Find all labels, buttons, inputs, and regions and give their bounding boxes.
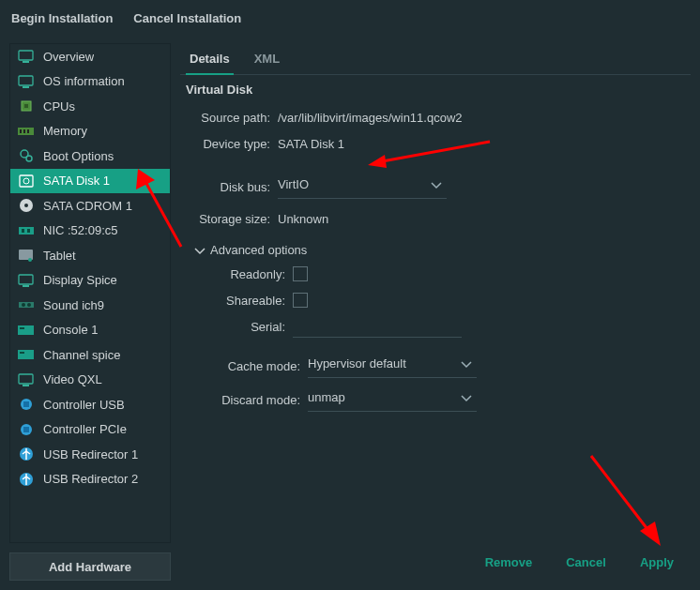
sidebar-item-sata-cdrom-1[interactable]: SATA CDROM 1 <box>10 193 170 219</box>
source-path-value: /var/lib/libvirt/images/win11.qcow2 <box>278 111 685 125</box>
disk-bus-value: VirtIO <box>278 177 309 191</box>
cpu-icon <box>18 99 34 113</box>
svg-rect-0 <box>19 51 33 60</box>
sidebar-item-nic-52-09-c5[interactable]: NIC :52:09:c5 <box>10 219 170 244</box>
nic-icon <box>18 223 34 237</box>
sidebar-item-label: Sound ich9 <box>43 298 104 312</box>
cache-mode-value: Hypervisor default <box>308 356 406 371</box>
memory-icon <box>18 124 34 138</box>
svg-rect-23 <box>19 302 34 308</box>
advanced-options-label: Advanced options <box>210 243 307 257</box>
svg-rect-1 <box>23 61 29 63</box>
monitor-icon <box>18 372 34 386</box>
sidebar-item-os-information[interactable]: OS information <box>10 69 170 95</box>
svg-rect-16 <box>19 227 34 234</box>
disk-bus-dropdown[interactable]: VirtIO <box>278 174 447 199</box>
discard-mode-label: Discard mode: <box>221 393 308 407</box>
svg-point-25 <box>27 303 31 307</box>
controller-icon <box>18 422 34 436</box>
shareable-checkbox[interactable] <box>293 293 308 308</box>
storage-size-label: Storage size: <box>195 212 278 226</box>
apply-button[interactable]: Apply <box>640 555 674 569</box>
chevron-down-icon <box>462 390 471 404</box>
svg-rect-33 <box>23 401 29 407</box>
sidebar-item-label: Memory <box>43 124 87 138</box>
sound-icon <box>18 298 34 312</box>
svg-point-24 <box>22 303 25 307</box>
sidebar-item-label: SATA Disk 1 <box>43 174 110 188</box>
readonly-checkbox[interactable] <box>293 266 308 281</box>
add-hardware-button[interactable]: Add Hardware <box>9 552 171 581</box>
svg-rect-9 <box>27 129 29 133</box>
sidebar-item-label: CPUs <box>43 99 75 113</box>
device-type-label: Device type: <box>195 137 278 151</box>
tab-xml[interactable]: XML <box>251 46 283 75</box>
console-icon <box>18 323 34 337</box>
svg-point-15 <box>24 204 28 207</box>
sidebar-item-usb-redirector-2[interactable]: USB Redirector 2 <box>10 467 170 492</box>
sidebar-item-video-qxl[interactable]: Video QXL <box>10 368 170 393</box>
svg-rect-28 <box>18 350 34 359</box>
svg-point-13 <box>23 178 29 184</box>
svg-rect-22 <box>23 285 29 287</box>
svg-rect-12 <box>20 175 33 187</box>
svg-rect-7 <box>20 129 22 133</box>
shareable-label: Shareable: <box>221 294 293 308</box>
svg-point-11 <box>26 156 32 161</box>
usb-icon <box>18 447 34 461</box>
advanced-options-expander[interactable]: Advanced options <box>195 243 685 257</box>
readonly-label: Readonly: <box>221 267 293 281</box>
monitor-icon <box>18 74 34 88</box>
discard-mode-dropdown[interactable]: unmap <box>308 387 477 412</box>
controller-icon <box>18 398 34 412</box>
details-pane: Virtual Disk Source path: /var/lib/libvi… <box>180 75 691 546</box>
sidebar-item-overview[interactable]: Overview <box>10 44 170 69</box>
sidebar-item-controller-pcie[interactable]: Controller PCIe <box>10 417 170 443</box>
monitor-icon <box>18 50 34 64</box>
action-footer: Remove Cancel Apply <box>180 546 691 581</box>
sidebar-item-channel-spice[interactable]: Channel spice <box>10 342 170 368</box>
sidebar-item-label: USB Redirector 1 <box>43 447 138 461</box>
remove-button[interactable]: Remove <box>485 555 533 569</box>
hardware-list: OverviewOS informationCPUsMemoryBoot Opt… <box>9 43 171 543</box>
serial-input[interactable] <box>293 315 462 338</box>
sidebar-item-console-1[interactable]: Console 1 <box>10 318 170 343</box>
tab-details[interactable]: Details <box>186 46 234 75</box>
sidebar-item-label: NIC :52:09:c5 <box>43 223 118 237</box>
sidebar-item-sound-ich9[interactable]: Sound ich9 <box>10 293 170 318</box>
disk-bus-label: Disk bus: <box>195 180 278 194</box>
sidebar-item-label: OS information <box>43 74 125 88</box>
sidebar-item-tablet[interactable]: Tablet <box>10 243 170 268</box>
sidebar-item-boot-options[interactable]: Boot Options <box>10 144 170 169</box>
usb-icon <box>18 472 34 486</box>
section-title: Virtual Disk <box>186 83 685 97</box>
sidebar-item-label: Console 1 <box>43 323 99 337</box>
cache-mode-dropdown[interactable]: Hypervisor default <box>308 354 477 378</box>
svg-rect-18 <box>27 229 30 233</box>
sidebar-item-display-spice[interactable]: Display Spice <box>10 268 170 294</box>
svg-rect-30 <box>19 374 33 384</box>
sidebar-item-controller-usb[interactable]: Controller USB <box>10 392 170 417</box>
top-toolbar: Begin Installation Cancel Installation <box>0 0 700 36</box>
monitor-icon <box>18 273 34 287</box>
svg-rect-2 <box>19 76 33 85</box>
begin-installation-button[interactable]: Begin Installation <box>11 11 113 25</box>
sidebar-item-label: Channel spice <box>43 348 120 362</box>
main-panel: DetailsXML Virtual Disk Source path: /va… <box>180 43 691 581</box>
sidebar-item-usb-redirector-1[interactable]: USB Redirector 1 <box>10 442 170 467</box>
console-icon <box>18 348 34 362</box>
svg-rect-8 <box>23 129 25 133</box>
disk-icon <box>18 174 34 188</box>
sidebar-item-label: Tablet <box>43 249 76 263</box>
cdrom-icon <box>18 199 34 213</box>
sidebar-item-label: SATA CDROM 1 <box>43 199 132 213</box>
sidebar-item-cpus[interactable]: CPUs <box>10 94 170 119</box>
svg-rect-26 <box>18 325 34 335</box>
cache-mode-label: Cache mode: <box>221 359 308 373</box>
cancel-button[interactable]: Cancel <box>566 555 606 569</box>
sidebar-item-sata-disk-1[interactable]: SATA Disk 1 <box>10 169 170 194</box>
sidebar-item-memory[interactable]: Memory <box>10 119 170 144</box>
chevron-down-icon <box>432 177 441 191</box>
cancel-installation-button[interactable]: Cancel Installation <box>133 11 241 25</box>
storage-size-value: Unknown <box>278 212 685 226</box>
